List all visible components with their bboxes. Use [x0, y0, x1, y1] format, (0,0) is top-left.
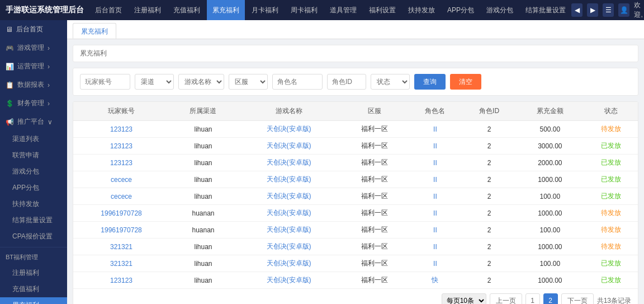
- report-icon: 📋: [6, 81, 14, 89]
- sidebar-sub-joint[interactable]: 联营申请: [0, 147, 67, 163]
- data-table: 玩家账号 所属渠道 游戏名称 区服 角色名 角色ID 累充金额 状态 12312…: [73, 101, 638, 304]
- cell-player: cecece: [73, 188, 169, 205]
- cell-server: 福利一区: [340, 121, 408, 138]
- cell-roleid: 2: [462, 255, 517, 272]
- sidebar-item-report[interactable]: 📋 数据报表 ›: [0, 76, 67, 94]
- sidebar-sub-cumulative[interactable]: 累充福利: [0, 297, 67, 304]
- table-row: 321321 lihuan 天创决(安卓版) 福利一区 II 2 100.00 …: [73, 255, 638, 272]
- page-num-2[interactable]: 2: [543, 293, 558, 304]
- sidebar-sub-channel[interactable]: 渠道列表: [0, 131, 67, 147]
- player-search-input[interactable]: [80, 74, 130, 90]
- breadcrumb: 累充福利: [73, 45, 638, 62]
- sidebar-item-ops[interactable]: 📊 运营管理 ›: [0, 57, 67, 76]
- top-nav-items[interactable]: 道具管理: [324, 0, 362, 20]
- next-page-button[interactable]: 下一页: [561, 293, 594, 304]
- ops-icon: 📊: [6, 63, 14, 71]
- sidebar-finance-label: 财务管理: [17, 99, 44, 108]
- icon-btn-4[interactable]: 👤: [618, 3, 629, 17]
- cell-game: 天创决(安卓版): [237, 188, 340, 205]
- top-nav-game[interactable]: 游戏分包: [481, 0, 519, 20]
- top-nav-recharge[interactable]: 充值福利: [168, 0, 206, 20]
- main-layout: 🖥 后台首页 🎮 游戏管理 › 📊 运营管理 › 📋 数据报表 › 💲 财务管理…: [0, 20, 644, 304]
- icon-btn-2[interactable]: ▶: [587, 3, 598, 17]
- table-row: 19961970728 huanan 天创决(安卓版) 福利一区 II 2 10…: [73, 222, 638, 238]
- sidebar-sub-recharge[interactable]: 充值福利: [0, 281, 67, 297]
- cell-rolename: 快: [408, 272, 462, 289]
- top-nav-monthly[interactable]: 月卡福利: [246, 0, 284, 20]
- home-icon: 🖥: [6, 25, 13, 34]
- promo-arrow-icon: ∨: [48, 118, 53, 126]
- tab-strip: 累充福利: [67, 20, 644, 39]
- icon-btn-3[interactable]: ☰: [603, 3, 614, 17]
- tab-cumulative[interactable]: 累充福利: [73, 23, 116, 39]
- reset-button[interactable]: 清空: [450, 74, 481, 90]
- page-size-select[interactable]: 每页10条: [442, 293, 486, 304]
- cell-game: 天创决(安卓版): [237, 171, 340, 188]
- cell-player: 123123: [73, 121, 169, 138]
- role-id-input[interactable]: [327, 74, 366, 90]
- cell-player: 19961970728: [73, 222, 169, 238]
- cell-roleid: 2: [462, 272, 517, 289]
- cell-roleid: 2: [462, 138, 517, 155]
- query-button[interactable]: 查询: [414, 74, 446, 90]
- cell-rolename: II: [408, 222, 462, 238]
- cell-status: 已发放: [584, 272, 638, 289]
- icon-btn-1[interactable]: ◀: [571, 3, 583, 17]
- top-nav-settle[interactable]: 结算批量设置: [520, 0, 571, 20]
- game-select[interactable]: 游戏名称: [178, 74, 224, 90]
- cell-game: 天创决(安卓版): [237, 121, 340, 138]
- cell-rolename: II: [408, 121, 462, 138]
- sidebar-item-promo[interactable]: 📢 推广平台 ∨: [0, 113, 67, 131]
- cell-player: 123123: [73, 272, 169, 289]
- sidebar: 🖥 后台首页 🎮 游戏管理 › 📊 运营管理 › 📋 数据报表 › 💲 财务管理…: [0, 20, 67, 304]
- sidebar-sub-cpa[interactable]: CPA报价设置: [0, 228, 67, 245]
- cell-amount: 3000.00: [516, 138, 584, 155]
- cell-rolename: II: [408, 238, 462, 255]
- filter-row: 渠道 游戏名称 区服 状态 查询 清空: [73, 68, 638, 96]
- sidebar-item-home[interactable]: 🖥 后台首页: [0, 20, 67, 39]
- sidebar-sub-settle[interactable]: 结算批量设置: [0, 212, 67, 228]
- channel-select[interactable]: 渠道: [135, 74, 174, 90]
- top-nav-cumulative[interactable]: 累充福利: [207, 0, 245, 20]
- cell-amount: 1000.00: [516, 171, 584, 188]
- cell-amount: 1000.00: [516, 238, 584, 255]
- cell-status: 已发放: [584, 155, 638, 171]
- cell-amount: 2000.00: [516, 155, 584, 171]
- col-rolename: 角色名: [408, 102, 462, 121]
- cell-channel: lihuan: [169, 272, 237, 289]
- sidebar-item-finance[interactable]: 💲 财务管理 ›: [0, 94, 67, 113]
- breadcrumb-text: 累充福利: [80, 49, 107, 57]
- game-icon: 🎮: [6, 44, 14, 52]
- sidebar-sub-apppkg[interactable]: APP分包: [0, 180, 67, 196]
- sidebar-sub-support[interactable]: 扶持发放: [0, 196, 67, 212]
- top-nav-settings[interactable]: 福利设置: [363, 0, 401, 20]
- sidebar-sub-register[interactable]: 注册福利: [0, 265, 67, 281]
- game-arrow-icon: ›: [48, 44, 50, 52]
- page-num-1[interactable]: 1: [525, 293, 540, 304]
- cell-player: 321321: [73, 238, 169, 255]
- status-select[interactable]: 状态: [371, 74, 410, 90]
- cell-roleid: 2: [462, 222, 517, 238]
- cell-amount: 500.00: [516, 121, 584, 138]
- top-nav-support[interactable]: 扶持发放: [402, 0, 441, 20]
- cell-game: 天创决(安卓版): [237, 272, 340, 289]
- cell-channel: lihuan: [169, 255, 237, 272]
- cell-rolename: II: [408, 188, 462, 205]
- top-nav-weekly[interactable]: 周卡福利: [285, 0, 323, 20]
- page-content: 累充福利 渠道 游戏名称 区服 状态 查询 清空: [67, 39, 644, 304]
- top-nav-app[interactable]: APP分包: [442, 0, 480, 20]
- finance-arrow-icon: ›: [48, 100, 50, 107]
- col-player: 玩家账号: [73, 102, 169, 121]
- role-name-input[interactable]: [272, 74, 323, 90]
- prev-page-button[interactable]: 上一页: [490, 293, 522, 304]
- sidebar-sub-bt: BT福利管理: [0, 250, 67, 265]
- top-nav-register[interactable]: 注册福利: [129, 0, 167, 20]
- cell-game: 天创决(安卓版): [237, 155, 340, 171]
- server-select[interactable]: 区服: [229, 74, 268, 90]
- sidebar-item-game[interactable]: 🎮 游戏管理 ›: [0, 39, 67, 57]
- table-header-row: 玩家账号 所属渠道 游戏名称 区服 角色名 角色ID 累充金额 状态: [73, 102, 638, 121]
- top-nav-home[interactable]: 后台首页: [89, 0, 127, 20]
- sidebar-sub-gamepkg[interactable]: 游戏分包: [0, 163, 67, 180]
- user-area: ◀ ▶ ☰ 👤 欢迎, admin 退出: [571, 1, 644, 20]
- table-row: 321321 lihuan 天创决(安卓版) 福利一区 II 2 1000.00…: [73, 238, 638, 255]
